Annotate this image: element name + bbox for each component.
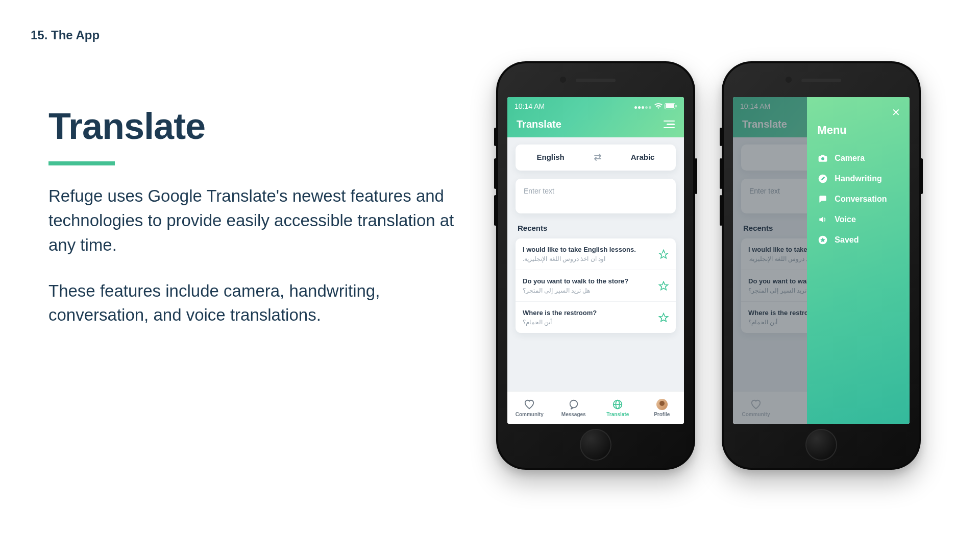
menu-item-label: Camera [835, 154, 865, 163]
swap-icon[interactable] [593, 154, 603, 161]
phone-mockup-1: 10:14 AM Translate English [496, 61, 695, 470]
recents-list: I would like to take English lessons. او… [516, 238, 676, 333]
status-time: 10:14 AM [514, 102, 545, 110]
language-from[interactable]: English [537, 153, 565, 161]
language-to[interactable]: Arabic [631, 153, 655, 161]
translate-input[interactable]: Enter text [516, 179, 676, 213]
body-text: Refuge uses Google Translate's newest fe… [48, 184, 467, 327]
page-title: Translate [48, 105, 467, 147]
recent-ar: أين الحمام؟ [523, 319, 597, 326]
recent-item[interactable]: Where is the restroom? أين الحمام؟ [516, 302, 676, 333]
star-icon [817, 234, 828, 246]
menu-item-voice[interactable]: Voice [817, 209, 899, 230]
tab-translate[interactable]: Translate [596, 392, 640, 424]
status-indicators [634, 102, 677, 110]
page-number-label: 15. The App [31, 28, 100, 42]
phone-2-screen: 10:14 AM Translate English Enter text Re… [733, 97, 910, 424]
body-paragraph-2: These features include camera, handwriti… [48, 279, 467, 328]
menu-item-label: Conversation [835, 195, 887, 204]
recent-item[interactable]: Do you want to walk to the store? هل تري… [516, 270, 676, 302]
tab-label: Translate [606, 412, 629, 417]
tab-messages[interactable]: Messages [552, 392, 596, 424]
app-header: 10:14 AM Translate [507, 97, 684, 137]
wifi-icon [654, 103, 663, 109]
avatar-icon [656, 399, 668, 410]
screen-title: Translate [517, 118, 561, 130]
menu-item-camera[interactable]: Camera [817, 148, 899, 169]
body-paragraph-1: Refuge uses Google Translate's newest fe… [48, 184, 467, 257]
menu-item-handwriting[interactable]: Handwriting [817, 169, 899, 189]
battery-icon [665, 103, 677, 109]
recent-item[interactable]: I would like to take English lessons. او… [516, 238, 676, 270]
title-underline [48, 161, 115, 165]
speaker-icon [817, 214, 828, 225]
svg-marker-4 [659, 281, 668, 290]
phone-1-screen: 10:14 AM Translate English [507, 97, 684, 424]
phone-mockup-2: 10:14 AM Translate English Enter text Re… [722, 61, 921, 470]
status-bar: 10:14 AM [507, 97, 684, 113]
menu-item-conversation[interactable]: Conversation [817, 189, 899, 209]
star-icon[interactable] [658, 281, 669, 291]
recents-label: Recents [518, 224, 674, 232]
tab-label: Messages [561, 412, 586, 417]
tab-profile[interactable]: Profile [640, 392, 684, 424]
pencil-icon [817, 173, 828, 184]
star-icon[interactable] [658, 249, 669, 259]
tab-community[interactable]: Community [507, 392, 552, 424]
recent-ar: هل تريد السير إلى المتجر؟ [523, 287, 628, 294]
menu-item-label: Voice [835, 215, 856, 224]
menu-title: Menu [817, 124, 899, 137]
svg-marker-3 [659, 250, 668, 258]
language-selector-card[interactable]: English Arabic [516, 145, 676, 171]
recent-en: Where is the restroom? [523, 309, 597, 317]
menu-item-saved[interactable]: Saved [817, 230, 899, 250]
svg-point-6 [570, 400, 577, 407]
svg-marker-5 [659, 313, 668, 321]
text-column: Translate Refuge uses Google Translate's… [48, 105, 467, 327]
camera-icon [817, 153, 828, 164]
menu-item-label: Handwriting [835, 174, 881, 183]
star-icon[interactable] [658, 313, 669, 323]
tab-label: Community [516, 412, 544, 417]
svg-rect-2 [676, 105, 677, 108]
recent-ar: اود ان اخذ دروس اللغة الإنجليزية. [523, 255, 636, 262]
svg-point-10 [821, 157, 824, 160]
menu-drawer: ✕ Menu Camera Handwriting Conversation V… [807, 97, 910, 424]
tab-label: Profile [654, 412, 670, 417]
menu-icon[interactable] [664, 121, 675, 129]
menu-item-label: Saved [835, 235, 859, 245]
close-icon[interactable]: ✕ [892, 106, 900, 118]
svg-rect-1 [666, 104, 674, 108]
recent-en: I would like to take English lessons. [523, 246, 636, 253]
signal-dots-icon [634, 102, 652, 110]
tab-bar: Community Messages Translate Profile [507, 391, 684, 424]
chat-icon [817, 194, 828, 205]
recent-en: Do you want to walk to the store? [523, 277, 628, 285]
